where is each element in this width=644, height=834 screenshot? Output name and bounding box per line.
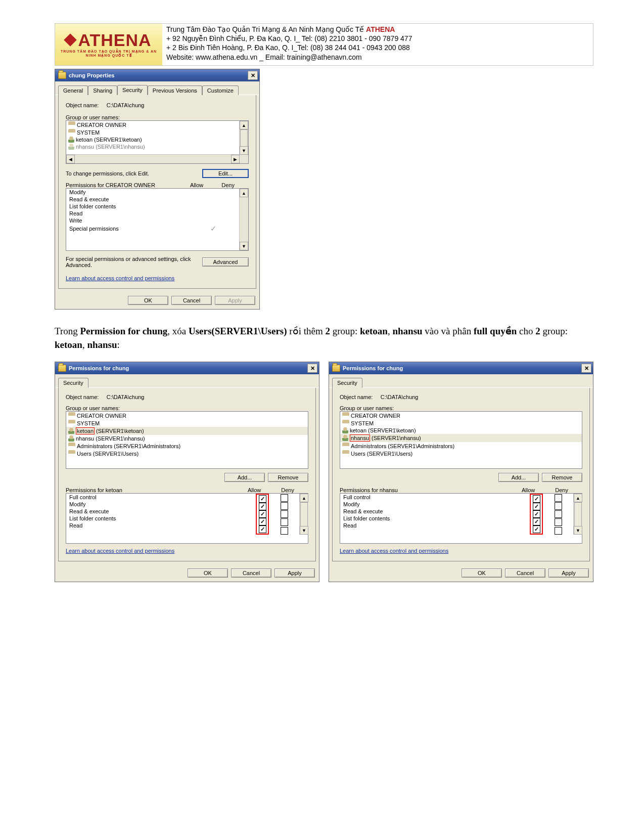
permissions-scroll-vertical[interactable]: ▲ ▼ [573, 494, 582, 535]
window-title: Permissions for chung [69, 365, 129, 371]
deny-header: Deny [555, 487, 568, 493]
groups-listbox[interactable]: CREATOR OWNER SYSTEM ketoan (SERVER1\ket… [340, 411, 582, 469]
groups-listbox[interactable]: CREATOR OWNER SYSTEM ketoan (SERVER1\ket… [66, 120, 249, 164]
deny-checkbox[interactable] [555, 518, 562, 526]
scroll-down-icon[interactable]: ▼ [574, 526, 582, 535]
people-icon [68, 412, 75, 419]
learn-link[interactable]: Learn about access control and permissio… [66, 275, 174, 281]
allow-checkbox[interactable] [259, 518, 266, 525]
cancel-button[interactable]: Cancel [505, 568, 545, 578]
allow-checkbox[interactable] [533, 525, 540, 533]
apply-button[interactable]: Apply [274, 568, 315, 578]
deny-checkbox[interactable] [555, 510, 562, 518]
groups-listbox[interactable]: CREATOR OWNER SYSTEM ketoan (SERVER1\ket… [66, 411, 308, 469]
cancel-button[interactable]: Cancel [231, 568, 271, 578]
tab-strip: General Sharing Security Previous Versio… [55, 81, 259, 95]
allow-column-highlight [530, 494, 543, 535]
deny-checkbox[interactable] [281, 510, 288, 518]
deny-checkbox[interactable] [281, 494, 288, 502]
folder-icon [332, 365, 340, 372]
tab-security[interactable]: Security [332, 378, 362, 388]
scroll-right-icon[interactable]: ▶ [231, 155, 240, 163]
permissions-scroll-vertical[interactable]: ▲ ▼ [239, 189, 248, 250]
deny-checkbox[interactable] [555, 527, 562, 535]
apply-button[interactable]: Apply [548, 568, 589, 578]
listbox-scroll-vertical[interactable]: ▲ ▼ [239, 121, 248, 163]
people-icon [342, 412, 349, 419]
scroll-down-icon[interactable]: ▼ [240, 242, 248, 250]
people-icon [342, 443, 349, 449]
allow-checkbox[interactable] [259, 503, 266, 510]
allow-checkbox[interactable] [259, 495, 266, 503]
scroll-up-icon[interactable]: ▲ [574, 494, 582, 502]
remove-button[interactable]: Remove [542, 473, 582, 482]
object-name-label: Object name: [66, 394, 99, 400]
permissions-for-label: Permissions for ketoan [66, 487, 122, 493]
deny-checkbox[interactable] [281, 527, 288, 535]
allow-checkbox[interactable] [259, 525, 266, 533]
permissions-listbox[interactable]: Full control Modify Read & execute List … [340, 493, 582, 544]
tab-security[interactable]: Security [58, 378, 88, 388]
deny-checkbox[interactable] [281, 502, 288, 510]
tab-customize[interactable]: Customize [202, 85, 239, 95]
tab-security[interactable]: Security [117, 85, 148, 95]
user-icon [68, 137, 74, 143]
check-icon: ✓ [210, 225, 217, 232]
permissions-scroll-vertical[interactable]: ▲ ▼ [299, 494, 308, 535]
deny-checkbox[interactable] [555, 494, 562, 502]
ok-button[interactable]: OK [462, 568, 502, 578]
advanced-hint: For special permissions or advanced sett… [66, 256, 197, 268]
athena-contact: Trung Tâm Đào Tạo Quản Tri Mạng & An Nin… [162, 24, 593, 65]
edit-button[interactable]: Edit... [202, 169, 249, 178]
scroll-up-icon[interactable]: ▲ [300, 494, 308, 502]
window-title: Permissions for chung [343, 365, 403, 371]
cancel-button[interactable]: Cancel [171, 296, 212, 305]
scroll-left-icon[interactable]: ◀ [66, 155, 75, 163]
close-button[interactable]: ✕ [581, 364, 591, 373]
window-titlebar: chung Properties ✕ [55, 69, 259, 81]
remove-button[interactable]: Remove [268, 473, 308, 482]
user-icon [342, 427, 348, 433]
tab-sharing[interactable]: Sharing [88, 85, 117, 95]
allow-checkbox[interactable] [533, 495, 540, 503]
close-button[interactable]: ✕ [248, 71, 258, 80]
apply-button[interactable]: Apply [215, 296, 255, 305]
groups-label: Group or user names: [340, 405, 582, 411]
user-icon [342, 435, 348, 441]
allow-column-highlight [256, 494, 269, 535]
close-button[interactable]: ✕ [307, 364, 317, 373]
object-name-label: Object name: [66, 102, 99, 108]
dialog-permissions-nhansu: Permissions for chung ✕ Security Object … [329, 362, 593, 582]
object-name-value: C:\DATA\chung [107, 394, 145, 400]
learn-link[interactable]: Learn about access control and permissio… [340, 548, 448, 554]
allow-checkbox[interactable] [533, 510, 540, 518]
listbox-scroll-horizontal[interactable]: ◀ ▶ [66, 154, 240, 163]
allow-checkbox[interactable] [533, 503, 540, 510]
permissions-listbox[interactable]: Modify Read & execute List folder conten… [66, 188, 249, 251]
allow-header: Allow [190, 182, 203, 188]
deny-checkbox[interactable] [555, 502, 562, 510]
tab-previous-versions[interactable]: Previous Versions [148, 85, 202, 95]
tab-general[interactable]: General [58, 85, 88, 95]
learn-link[interactable]: Learn about access control and permissio… [66, 548, 174, 554]
permissions-for-label: Permissions for nhansu [340, 487, 398, 493]
ok-button[interactable]: OK [188, 568, 228, 578]
athena-logo: ATHENA TRUNG TÂM ĐÀO TẠO QUẢN TRỊ MẠNG &… [55, 24, 162, 65]
scroll-down-icon[interactable]: ▼ [240, 146, 248, 155]
deny-checkbox[interactable] [281, 518, 288, 526]
advanced-button[interactable]: Advanced [202, 257, 249, 267]
ok-button[interactable]: OK [128, 296, 168, 305]
folder-icon [58, 365, 66, 372]
scroll-up-icon[interactable]: ▲ [240, 189, 248, 197]
folder-icon [58, 72, 66, 79]
scroll-up-icon[interactable]: ▲ [240, 121, 248, 129]
people-icon [342, 450, 349, 457]
groups-label: Group or user names: [66, 405, 308, 411]
permissions-for-label: Permissions for CREATOR OWNER [66, 182, 155, 188]
scroll-down-icon[interactable]: ▼ [300, 526, 308, 535]
allow-checkbox[interactable] [259, 510, 266, 518]
add-button[interactable]: Add... [498, 473, 539, 482]
allow-checkbox[interactable] [533, 518, 540, 525]
add-button[interactable]: Add... [224, 473, 265, 482]
permissions-listbox[interactable]: Full control Modify Read & execute List … [66, 493, 308, 544]
